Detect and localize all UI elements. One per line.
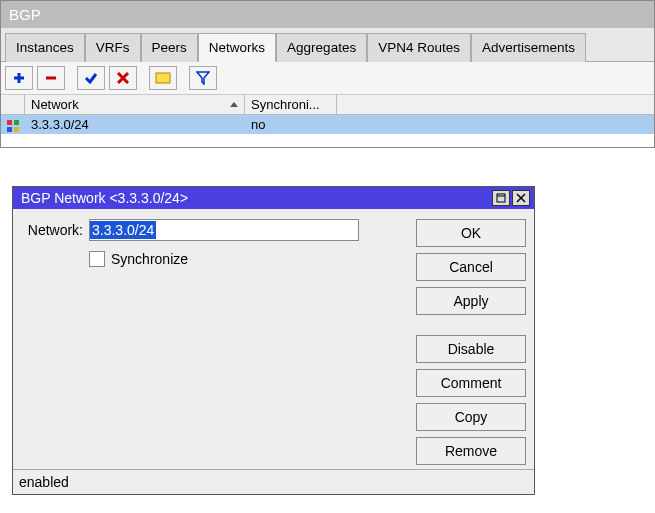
tab-vrfs[interactable]: VRFs <box>85 33 141 62</box>
synchronize-checkbox[interactable] <box>89 251 105 267</box>
minus-icon <box>44 71 58 85</box>
network-input[interactable]: 3.3.3.0/24 <box>89 219 359 241</box>
tab-vpn4-routes[interactable]: VPN4 Routes <box>367 33 471 62</box>
network-label: Network: <box>21 222 89 238</box>
funnel-icon <box>196 71 210 85</box>
disable-button-dlg[interactable]: Disable <box>416 335 526 363</box>
svg-marker-6 <box>197 72 209 84</box>
tab-networks[interactable]: Networks <box>198 33 276 62</box>
dialog-title: BGP Network <3.3.3.0/24> <box>17 190 490 206</box>
tab-advertisements[interactable]: Advertisements <box>471 33 586 62</box>
dialog-buttons: OK Cancel Apply Disable Comment Copy Rem… <box>416 219 526 465</box>
tab-bar: Instances VRFs Peers Networks Aggregates… <box>1 28 654 62</box>
cell-sync: no <box>245 115 337 134</box>
copy-button[interactable]: Copy <box>416 403 526 431</box>
svg-rect-7 <box>7 120 12 125</box>
row-icon-cell <box>1 115 25 134</box>
remove-button-dlg[interactable]: Remove <box>416 437 526 465</box>
svg-rect-10 <box>14 127 19 132</box>
disable-button[interactable] <box>109 66 137 90</box>
dialog-form: Network: 3.3.3.0/24 Synchronize <box>21 219 416 465</box>
svg-rect-5 <box>156 73 170 83</box>
tab-peers[interactable]: Peers <box>141 33 198 62</box>
col-spacer <box>337 95 654 114</box>
plus-icon <box>12 71 26 85</box>
tab-aggregates[interactable]: Aggregates <box>276 33 367 62</box>
bgp-window: BGP Instances VRFs Peers Networks Aggreg… <box>0 0 655 148</box>
table-row[interactable]: 3.3.3.0/24 no <box>1 115 654 134</box>
window-title: BGP <box>1 1 654 28</box>
bgp-network-dialog: BGP Network <3.3.3.0/24> Network: 3.3.3.… <box>12 186 535 495</box>
cell-network: 3.3.3.0/24 <box>25 115 245 134</box>
dialog-titlebar: BGP Network <3.3.3.0/24> <box>13 187 534 209</box>
enable-button[interactable] <box>77 66 105 90</box>
add-button[interactable] <box>5 66 33 90</box>
svg-rect-11 <box>497 194 505 202</box>
col-synchronize[interactable]: Synchroni... <box>245 95 337 114</box>
comment-button[interactable] <box>149 66 177 90</box>
col-icon[interactable] <box>1 95 25 114</box>
apply-button[interactable]: Apply <box>416 287 526 315</box>
toolbar <box>1 62 654 95</box>
dialog-status: enabled <box>13 469 534 494</box>
note-icon <box>155 72 171 84</box>
table-header: Network Synchroni... <box>1 95 654 115</box>
networks-table: Network Synchroni... 3.3.3.0/24 no <box>1 95 654 147</box>
minimize-button[interactable] <box>492 190 510 206</box>
synchronize-label: Synchronize <box>111 251 188 267</box>
filter-button[interactable] <box>189 66 217 90</box>
dialog-body: Network: 3.3.3.0/24 Synchronize OK Cance… <box>13 209 534 469</box>
network-input-value: 3.3.3.0/24 <box>90 221 156 239</box>
col-network[interactable]: Network <box>25 95 245 114</box>
remove-button[interactable] <box>37 66 65 90</box>
tab-instances[interactable]: Instances <box>5 33 85 62</box>
check-icon <box>84 71 98 85</box>
minimize-icon <box>496 193 506 203</box>
network-icon <box>7 120 19 132</box>
comment-button-dlg[interactable]: Comment <box>416 369 526 397</box>
svg-rect-8 <box>14 120 19 125</box>
network-row: Network: 3.3.3.0/24 <box>21 219 408 241</box>
cancel-button[interactable]: Cancel <box>416 253 526 281</box>
close-icon <box>516 193 526 203</box>
close-button[interactable] <box>512 190 530 206</box>
x-icon <box>116 71 130 85</box>
svg-rect-9 <box>7 127 12 132</box>
cell-spacer <box>337 115 654 134</box>
synchronize-row: Synchronize <box>89 251 408 267</box>
ok-button[interactable]: OK <box>416 219 526 247</box>
